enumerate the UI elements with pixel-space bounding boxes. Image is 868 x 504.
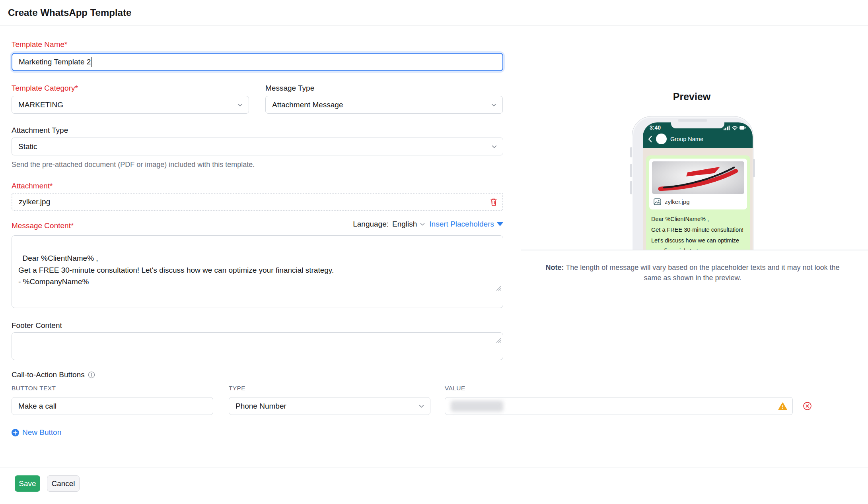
language-label: Language:: [353, 220, 389, 229]
attachment-image: [652, 161, 744, 194]
info-icon[interactable]: [88, 371, 95, 378]
resize-handle-icon[interactable]: [487, 323, 501, 358]
template-name-value: Marketing Template 2: [19, 58, 91, 66]
preview-divider: [521, 250, 868, 250]
page-header: Create WhatsApp Template: [0, 0, 868, 25]
back-chevron-icon: [648, 136, 652, 143]
attachment-file-row: zylker.jpg: [652, 194, 744, 207]
attachment-type-select[interactable]: Static: [12, 138, 503, 155]
phone-mockup: 3:40: [627, 116, 758, 250]
language-select[interactable]: English: [392, 220, 426, 229]
chevron-down-icon: [491, 143, 498, 150]
text-cursor: [91, 57, 92, 67]
message-text: Dear %ClientName% , Get a FREE 30-minute…: [649, 209, 747, 250]
column-header-button-text: BUTTON TEXT: [12, 385, 56, 392]
save-button[interactable]: Save: [15, 475, 40, 492]
chat-name: Group Name: [670, 136, 703, 142]
attachment-type-value: Static: [18, 142, 37, 151]
phone-speaker: [678, 119, 707, 122]
page-title: Create WhatsApp Template: [8, 0, 131, 25]
message-bubble: zylker.jpg Dear %ClientName% , Get a FRE…: [646, 155, 750, 250]
column-header-type: TYPE: [229, 385, 245, 392]
template-category-label: Template Category*: [12, 84, 78, 93]
phone-notch: [671, 122, 724, 128]
attachment-card: zylker.jpg: [649, 159, 747, 209]
chat-header: Group Name: [648, 134, 703, 144]
message-content-value: Dear %ClientName% , Get a FREE 30-minute…: [18, 254, 334, 286]
cta-section-label: Call-to-Action Buttons: [12, 370, 95, 379]
language-value: English: [392, 220, 417, 229]
template-name-input[interactable]: Marketing Template 2: [12, 53, 503, 71]
new-button-link[interactable]: New Button: [12, 428, 61, 437]
cta-value-input[interactable]: [445, 397, 793, 415]
preview-title: Preview: [631, 91, 753, 103]
attachment-type-label: Attachment Type: [12, 126, 68, 135]
footer-content-label: Footer Content: [12, 321, 62, 330]
attachment-file-box[interactable]: zylker.jpg: [12, 193, 503, 211]
avatar: [656, 134, 667, 144]
triangle-down-icon: [497, 222, 503, 226]
status-time: 3:40: [650, 124, 661, 131]
footer-divider: [0, 467, 868, 467]
insert-placeholders-label: Insert Placeholders: [429, 220, 494, 229]
chevron-down-icon: [419, 221, 426, 227]
phone-bezel: 3:40: [632, 116, 753, 250]
zylker-logo: [656, 163, 741, 192]
attachment-file-name: zylker.jpg: [19, 198, 50, 206]
image-icon: [653, 198, 662, 205]
plus-circle-icon: [12, 429, 19, 436]
chevron-down-icon: [418, 403, 425, 409]
new-button-label: New Button: [22, 428, 61, 437]
language-row: Language: English Insert Placeholders: [278, 220, 503, 229]
phone-screen: 3:40: [643, 122, 753, 250]
status-icons: [724, 125, 746, 130]
note-text: The length of message will vary based on…: [566, 264, 839, 282]
cta-button-text-input[interactable]: Make a call: [12, 397, 213, 415]
chevron-down-icon: [237, 101, 243, 108]
message-type-label: Message Type: [265, 84, 314, 93]
resize-handle-icon[interactable]: [487, 271, 501, 306]
template-category-value: MARKETING: [18, 101, 63, 109]
cta-button-text-value: Make a call: [18, 402, 56, 411]
cta-type-value: Phone Number: [235, 402, 286, 411]
whatsapp-header: 3:40: [643, 122, 753, 148]
attachment-label: Attachment*: [12, 182, 53, 190]
footer-content-textarea[interactable]: [12, 332, 503, 360]
attachment-file-name: zylker.jpg: [665, 198, 690, 205]
trash-icon[interactable]: [490, 198, 498, 206]
remove-row-icon[interactable]: [803, 401, 812, 411]
column-header-value: VALUE: [445, 385, 465, 392]
message-type-select[interactable]: Attachment Message: [265, 96, 503, 114]
message-content-label: Message Content*: [12, 221, 74, 230]
template-category-select[interactable]: MARKETING: [12, 96, 249, 114]
template-name-label: Template Name*: [12, 40, 67, 49]
redacted-value-pill: [451, 401, 503, 412]
chevron-down-icon: [490, 101, 497, 108]
warning-icon: [778, 402, 787, 410]
message-content-textarea[interactable]: Dear %ClientName% , Get a FREE 30-minute…: [12, 235, 503, 308]
cta-type-select[interactable]: Phone Number: [229, 397, 430, 415]
attachment-type-helper: Send the pre-attached document (PDF or i…: [12, 161, 255, 169]
insert-placeholders-button[interactable]: Insert Placeholders: [429, 220, 503, 229]
note-label: Note:: [545, 264, 564, 271]
message-type-value: Attachment Message: [272, 101, 343, 109]
cancel-button[interactable]: Cancel: [47, 475, 80, 492]
cta-label-text: Call-to-Action Buttons: [12, 370, 85, 379]
preview-note: Note: The length of message will vary ba…: [540, 262, 845, 283]
